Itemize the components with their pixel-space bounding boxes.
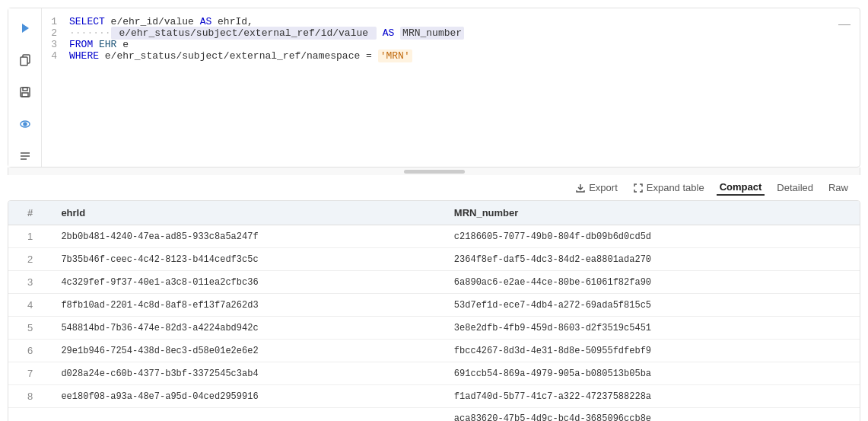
cell-mrn: 2364f8ef-daf5-4dc3-84d2-ea8801ada270 [445,248,860,271]
cell-mrn: 691ccb54-869a-4979-905a-b080513b05ba [445,362,860,385]
code-line-1: 1 SELECT e/ehr_id/value AS ehrId, [51,16,851,27]
cell-row-num: 4 [8,294,52,317]
cell-row-num: 5 [8,317,52,340]
cell-mrn: 3e8e2dfb-4fb9-459d-8603-d2f3519c5451 [445,317,860,340]
left-toolbar [8,8,42,167]
run-button[interactable] [14,18,36,39]
table-header-row: # ehrId MRN_number [8,201,860,225]
cell-ehrid: 29e1b946-7254-438d-8ec3-d58e01e2e6e2 [52,340,444,362]
table-row: 5548814bd-7b36-474e-82d3-a4224abd942c3e8… [8,317,860,340]
list-button[interactable] [14,145,36,167]
table-row: 12bb0b481-4240-47ea-ad85-933c8a5a247fc21… [8,225,860,248]
editor-section: 1 SELECT e/ehr_id/value AS ehrId, 2 ····… [8,8,860,167]
cell-mrn: 6a890ac6-e2ae-44ce-80be-61061f82fa90 [445,271,860,294]
editor-scrollbar[interactable] [8,167,860,175]
detailed-button[interactable]: Detailed [774,180,816,195]
cell-ehrid: ee180f08-a93a-48e7-a95d-04ced2959916 [52,385,444,408]
save-button[interactable] [14,81,36,103]
cell-mrn: 53d7ef1d-ece7-4db4-a272-69ada5f815c5 [445,294,860,317]
cell-row-num: 7 [8,362,52,385]
cell-row-num: 1 [8,225,52,248]
cell-row-num: 2 [8,248,52,271]
raw-button[interactable]: Raw [825,180,851,195]
cell-ehrid: 548814bd-7b36-474e-82d3-a4224abd942c [52,317,444,340]
svg-point-7 [24,123,27,126]
preview-button[interactable] [14,113,36,135]
col-header-ehrid: ehrId [52,201,444,225]
collapse-icon[interactable]: — [838,18,851,31]
cell-ehrid: f8fb10ad-2201-4c8d-8af8-ef13f7a262d3 [52,294,444,317]
cell-row-num: 3 [8,271,52,294]
cell-mrn: f1ad740d-5b77-41c7-a322-47237588228a [445,385,860,408]
main-container: 1 SELECT e/ehr_id/value AS ehrId, 2 ····… [0,0,868,421]
table-row: 27b35b46f-ceec-4c42-8123-b414cedf3c5c236… [8,248,860,271]
cell-mrn: aca83620-47b5-4d9c-bc4d-3685096ccb8e [445,408,860,422]
svg-rect-5 [22,93,28,97]
cell-ehrid: 4c329fef-9f37-40e1-a3c8-011ea2cfbc36 [52,271,444,294]
cell-mrn: c2186605-7077-49b0-804f-db09b6d0cd5d [445,225,860,248]
table-row: 9b94a5c79-390c-49ca-b3b8-48a0febd8283aca… [8,408,860,422]
cell-row-num: 9 [8,408,52,422]
col-header-mrn: MRN_number [445,201,860,225]
table-row: 8ee180f08-a93a-48e7-a95d-04ced2959916f1a… [8,385,860,408]
code-editor[interactable]: 1 SELECT e/ehr_id/value AS ehrId, 2 ····… [42,8,860,161]
cell-ehrid: d028a24e-c60b-4377-b3bf-3372545c3ab4 [52,362,444,385]
cell-mrn: fbcc4267-8d3d-4e31-8d8e-50955fdfebf9 [445,340,860,362]
code-line-3: 3 FROM EHR e [51,39,851,50]
cell-ehrid: 7b35b46f-ceec-4c42-8123-b414cedf3c5c [52,248,444,271]
expand-table-button[interactable]: Expand table [630,180,707,195]
results-toolbar: Export Expand table Compact Detailed Raw [8,175,860,200]
export-button[interactable]: Export [572,180,621,195]
code-line-2: 2 ······· e/ehr_status/subject/external_… [51,27,851,39]
export-icon [575,183,586,193]
table-row: 4f8fb10ad-2201-4c8d-8af8-ef13f7a262d353d… [8,294,860,317]
cell-ehrid: b94a5c79-390c-49ca-b3b8-48a0febd8283 [52,408,444,422]
expand-icon [633,183,644,193]
results-table: # ehrId MRN_number 12bb0b481-4240-47ea-a… [8,201,860,421]
results-table-container: # ehrId MRN_number 12bb0b481-4240-47ea-a… [8,200,860,421]
table-row: 34c329fef-9f37-40e1-a3c8-011ea2cfbc366a8… [8,271,860,294]
compact-button[interactable]: Compact [717,180,765,196]
cell-row-num: 6 [8,340,52,362]
cell-ehrid: 2bb0b481-4240-47ea-ad85-933c8a5a247f [52,225,444,248]
table-row: 629e1b946-7254-438d-8ec3-d58e01e2e6e2fbc… [8,340,860,362]
svg-marker-0 [22,24,29,33]
scrollbar-thumb [404,170,465,174]
cell-row-num: 8 [8,385,52,408]
svg-rect-2 [21,57,27,65]
table-row: 7d028a24e-c60b-4377-b3bf-3372545c3ab4691… [8,362,860,385]
code-line-4: 4 WHERE e/ehr_status/subject/external_re… [51,50,851,62]
copy-button[interactable] [14,49,36,71]
col-header-num: # [8,201,52,225]
svg-rect-4 [23,88,27,91]
